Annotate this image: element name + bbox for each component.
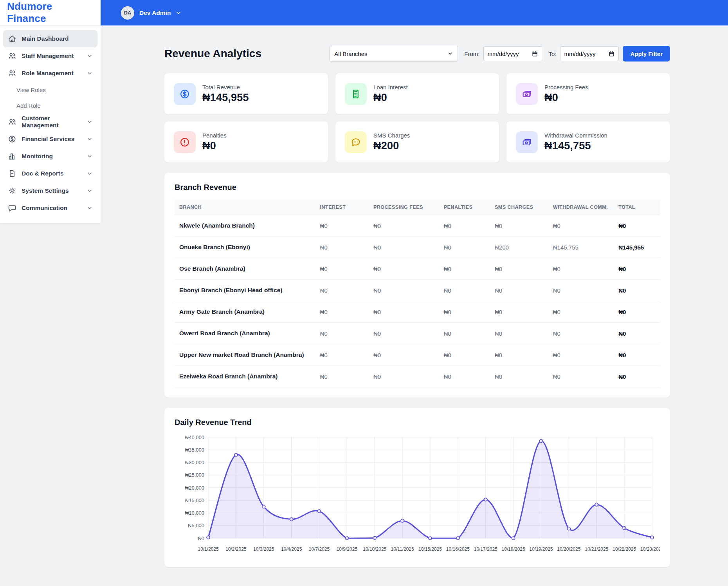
value-cell: ₦0 <box>315 237 369 258</box>
value-cell: ₦0 <box>369 258 439 280</box>
bar-chart-icon <box>8 152 16 161</box>
branch-name-cell: Owerri Road Branch (Anambra) <box>175 323 315 344</box>
chevron-down-icon[interactable] <box>175 10 182 16</box>
value-cell: ₦0 <box>315 280 369 301</box>
value-cell: ₦0 <box>439 323 490 344</box>
topbar: DA Dev Admin <box>101 0 728 25</box>
dollar-circle-icon <box>8 135 16 143</box>
value-cell: ₦0 <box>369 344 439 366</box>
value-cell: ₦0 <box>439 366 490 387</box>
value-cell: ₦0 <box>439 280 490 301</box>
stat-card-value: ₦200 <box>373 140 410 152</box>
sidebar-item-label: Communication <box>22 204 81 212</box>
svg-text:10/1/2025: 10/1/2025 <box>198 546 219 552</box>
chevron-down-icon <box>86 153 93 159</box>
to-date-value: mm/dd/yyyy <box>564 51 595 57</box>
dollar-circle-icon <box>174 83 196 105</box>
sidebar-item-label: Doc & Reports <box>22 170 81 177</box>
column-header-sms-charges: SMS CHARGES <box>490 200 548 215</box>
svg-text:10/23/2025: 10/23/2025 <box>640 546 660 552</box>
sidebar-item-add-role[interactable]: Add Role <box>3 98 97 113</box>
stat-cards: Total Revenue₦145,955Loan Interest₦0Proc… <box>164 73 670 163</box>
chevron-down-icon <box>86 170 93 177</box>
svg-text:₦10,000: ₦10,000 <box>185 510 204 516</box>
stat-card-label: SMS Charges <box>373 132 410 139</box>
table-row: Nkwele (Anambra Branch)₦0₦0₦0₦0₦0₦0 <box>175 215 660 237</box>
value-cell: ₦0 <box>369 323 439 344</box>
table-row: Onueke Branch (Ebonyi)₦0₦0₦0₦200₦145,755… <box>175 237 660 258</box>
sidebar-item-main-dashboard[interactable]: Main Dashboard <box>3 30 97 47</box>
value-cell: ₦0 <box>369 237 439 258</box>
document-icon <box>8 169 16 178</box>
svg-text:10/18/2025: 10/18/2025 <box>502 546 525 552</box>
cash-icon <box>516 131 538 153</box>
svg-text:10/2/2025: 10/2/2025 <box>225 546 247 552</box>
value-cell: ₦0 <box>439 215 490 237</box>
value-cell: ₦0 <box>439 344 490 366</box>
sidebar-item-customer-management[interactable]: Customer Management <box>3 113 97 130</box>
chevron-down-icon <box>86 136 93 142</box>
avatar[interactable]: DA <box>121 6 134 20</box>
svg-text:10/10/2025: 10/10/2025 <box>363 546 386 552</box>
brand: Ndumore Finance <box>0 0 101 25</box>
calendar-icon[interactable] <box>608 51 615 57</box>
from-date-input[interactable]: mm/dd/yyyy <box>483 46 542 61</box>
filter-bar: All Branches From: mm/dd/yyyy To: mm/dd/… <box>329 46 670 61</box>
svg-text:₦35,000: ₦35,000 <box>185 447 204 453</box>
chevron-down-icon <box>86 205 93 211</box>
home-icon <box>8 34 16 43</box>
value-cell: ₦200 <box>490 237 548 258</box>
svg-text:10/20/2025: 10/20/2025 <box>557 546 580 552</box>
total-cell: ₦0 <box>614 215 660 237</box>
branch-select-value: All Branches <box>334 51 367 57</box>
value-cell: ₦0 <box>548 323 614 344</box>
chevron-down-icon <box>86 53 93 59</box>
stat-card-value: ₦0 <box>202 140 227 152</box>
value-cell: ₦0 <box>490 215 548 237</box>
value-cell: ₦0 <box>548 280 614 301</box>
sidebar-item-role-management[interactable]: Role Management <box>3 65 97 82</box>
sidebar-item-financial-services[interactable]: Financial Services <box>3 130 97 148</box>
svg-text:₦40,000: ₦40,000 <box>185 434 204 440</box>
sidebar-item-communication[interactable]: Communication <box>3 199 97 217</box>
svg-text:₦0: ₦0 <box>198 535 204 541</box>
sidebar-item-monitoring[interactable]: Monitoring <box>3 148 97 165</box>
cash-icon <box>516 83 538 105</box>
value-cell: ₦0 <box>548 258 614 280</box>
sidebar-item-doc-reports[interactable]: Doc & Reports <box>3 165 97 182</box>
branch-name-cell: Ose Branch (Anambra) <box>175 258 315 280</box>
column-header-processing-fees: PROCESSING FEES <box>369 200 439 215</box>
value-cell: ₦0 <box>490 366 548 387</box>
user-name[interactable]: Dev Admin <box>139 9 171 16</box>
table-header-row: BRANCHINTERESTPROCESSING FEESPENALTIESSM… <box>175 200 660 215</box>
total-cell: ₦0 <box>614 323 660 344</box>
sidebar-item-label: Main Dashboard <box>22 35 93 42</box>
value-cell: ₦0 <box>369 215 439 237</box>
sidebar-item-view-roles[interactable]: View Roles <box>3 82 97 98</box>
gear-icon <box>8 186 16 195</box>
to-label: To: <box>548 51 556 57</box>
branch-select[interactable]: All Branches <box>329 46 458 61</box>
value-cell: ₦0 <box>315 215 369 237</box>
stat-card-withdrawal-commission: Withdrawal Commission₦145,755 <box>506 121 670 163</box>
value-cell: ₦0 <box>490 344 548 366</box>
value-cell: ₦0 <box>490 323 548 344</box>
sidebar-item-system-settings[interactable]: System Settings <box>3 182 97 199</box>
apply-filter-button[interactable]: Apply Filter <box>623 46 670 61</box>
value-cell: ₦0 <box>369 280 439 301</box>
sidebar-item-staff-management[interactable]: Staff Management <box>3 47 97 65</box>
total-cell: ₦0 <box>614 344 660 366</box>
table-row: Owerri Road Branch (Anambra)₦0₦0₦0₦0₦0₦0 <box>175 323 660 344</box>
branch-name-cell: Onueke Branch (Ebonyi) <box>175 237 315 258</box>
stat-card-value: ₦0 <box>544 92 588 104</box>
alert-circle-icon <box>174 131 196 153</box>
total-cell: ₦0 <box>614 280 660 301</box>
calendar-icon[interactable] <box>532 51 538 57</box>
to-date-input[interactable]: mm/dd/yyyy <box>560 46 619 61</box>
users-icon <box>8 52 16 60</box>
value-cell: ₦0 <box>490 258 548 280</box>
main-content: Revenue Analytics All Branches From: mm/… <box>101 25 728 567</box>
total-cell: ₦0 <box>614 301 660 323</box>
stat-card-label: Total Revenue <box>202 84 249 90</box>
value-cell: ₦0 <box>548 366 614 387</box>
